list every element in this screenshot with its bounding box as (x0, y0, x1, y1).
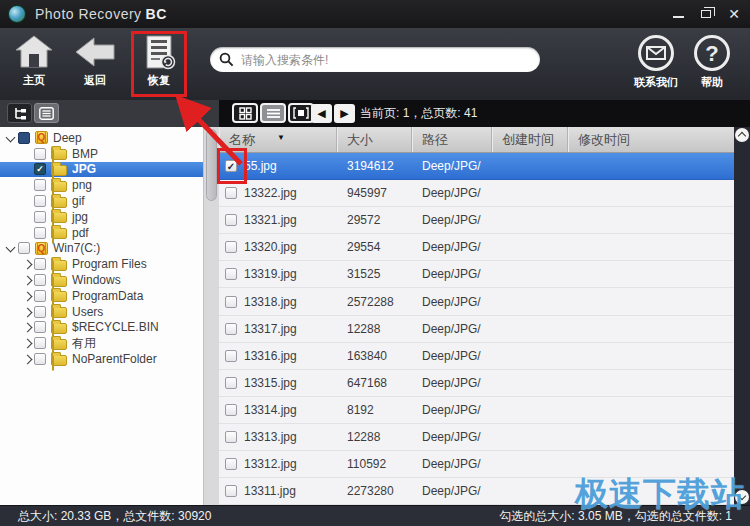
row-checkbox[interactable] (225, 187, 237, 199)
close-button[interactable]: ✕ (726, 6, 742, 22)
file-name: 55.jpg (244, 159, 277, 173)
column-header-path[interactable]: 路径 (412, 127, 492, 152)
tree-checkbox[interactable] (34, 274, 46, 286)
tree-item-programdata[interactable]: ProgramData (0, 288, 203, 304)
prev-page-button[interactable]: ◀ (311, 104, 332, 123)
tree-item-png[interactable]: png (0, 177, 203, 193)
tree-item-win7-c[interactable]: QWin7(C:) (0, 241, 203, 257)
column-header-size[interactable]: 大小 (337, 127, 412, 152)
tree-checkbox[interactable] (34, 321, 46, 333)
tree-item-item[interactable]: 有用 (0, 335, 203, 351)
tree-item-program-files[interactable]: Program Files (0, 256, 203, 272)
tree-scrollbar[interactable] (203, 127, 219, 505)
tree-item-gif[interactable]: gif (0, 193, 203, 209)
cell-size: 12288 (337, 430, 412, 444)
cell-name: 13318.jpg (219, 295, 337, 309)
expander-right-icon[interactable] (20, 259, 34, 269)
column-header-name[interactable]: 名称 ▼ (219, 127, 337, 152)
table-row-13311-jpg[interactable]: 13311.jpg2273280Deep/JPG/ (219, 478, 734, 505)
row-checkbox[interactable] (225, 323, 237, 335)
row-checkbox[interactable] (225, 377, 237, 389)
expander-right-icon[interactable] (20, 275, 34, 285)
tree-checkbox[interactable] (34, 163, 46, 175)
table-row-13321-jpg[interactable]: 13321.jpg29572Deep/JPG/ (219, 207, 734, 234)
expander-down-icon[interactable] (4, 133, 18, 143)
recover-button[interactable]: 恢复 (136, 34, 182, 88)
tree-checkbox[interactable] (34, 195, 46, 207)
minimize-button[interactable] (670, 6, 686, 22)
back-arrow-icon (74, 34, 116, 70)
row-checkbox[interactable] (225, 268, 237, 280)
scroll-down-button[interactable] (735, 490, 749, 504)
row-checkbox[interactable] (225, 404, 237, 416)
row-checkbox[interactable] (225, 485, 237, 497)
tree-item-jpg[interactable]: jpg (0, 209, 203, 225)
home-button[interactable]: 主页 (10, 34, 58, 88)
list-view-toggle[interactable] (34, 103, 59, 123)
table-row-13314-jpg[interactable]: 13314.jpg8192Deep/JPG/ (219, 397, 734, 424)
tree-item-deep[interactable]: QDeep (0, 130, 203, 146)
tree-item-windows[interactable]: Windows (0, 272, 203, 288)
tree-checkbox[interactable] (34, 227, 46, 239)
expander-right-icon[interactable] (20, 307, 34, 317)
table-row-13317-jpg[interactable]: 13317.jpg12288Deep/JPG/ (219, 316, 734, 343)
tree-label: pdf (72, 226, 89, 240)
table-row-13312-jpg[interactable]: 13312.jpg110592Deep/JPG/ (219, 451, 734, 478)
tree-item-users[interactable]: Users (0, 304, 203, 320)
tree-item-jpg[interactable]: JPG (0, 162, 203, 178)
table-row-13318-jpg[interactable]: 13318.jpg2572288Deep/JPG/ (219, 288, 734, 315)
drive-shape: Q (37, 242, 47, 255)
table-row-13316-jpg[interactable]: 13316.jpg163840Deep/JPG/ (219, 343, 734, 370)
table-row-55-jpg[interactable]: 55.jpg3194612Deep/JPG/ (219, 153, 734, 180)
table-row-13313-jpg[interactable]: 13313.jpg12288Deep/JPG/ (219, 424, 734, 451)
row-checkbox[interactable] (225, 458, 237, 470)
back-button[interactable]: 返回 (70, 34, 120, 88)
search-input[interactable] (241, 53, 540, 67)
tree-view-toggle[interactable] (7, 103, 32, 123)
row-checkbox[interactable] (225, 214, 237, 226)
tree-checkbox[interactable] (34, 290, 46, 302)
tree-checkbox[interactable] (18, 242, 30, 254)
tree-item-bmp[interactable]: BMP (0, 146, 203, 162)
tree-checkbox[interactable] (34, 211, 46, 223)
row-checkbox[interactable] (225, 350, 237, 362)
expander-down-icon[interactable] (4, 243, 18, 253)
tree-checkbox[interactable] (34, 148, 46, 160)
row-checkbox[interactable] (225, 431, 237, 443)
tree-checkbox[interactable] (34, 337, 46, 349)
list-view-button[interactable] (260, 103, 286, 123)
table-row-13315-jpg[interactable]: 13315.jpg647168Deep/JPG/ (219, 370, 734, 397)
grid-view-button[interactable] (232, 103, 258, 123)
table-row-13320-jpg[interactable]: 13320.jpg29554Deep/JPG/ (219, 234, 734, 261)
table-row-13322-jpg[interactable]: 13322.jpg945997Deep/JPG/ (219, 180, 734, 207)
tree-checkbox[interactable] (34, 258, 46, 270)
tree-checkbox[interactable] (18, 132, 30, 144)
next-page-button[interactable]: ▶ (334, 104, 355, 123)
column-header-modified[interactable]: 修改时间 (568, 127, 734, 152)
scroll-up-button[interactable] (735, 128, 749, 142)
tree-item-noparentfolder[interactable]: NoParentFolder (0, 351, 203, 367)
help-button[interactable]: ? 帮助 (690, 34, 734, 90)
expander-right-icon[interactable] (20, 322, 34, 332)
cell-path: Deep/JPG/ (412, 430, 492, 444)
cell-size: 31525 (337, 267, 412, 281)
row-checkbox[interactable] (225, 241, 237, 253)
expander-right-icon[interactable] (20, 338, 34, 348)
row-checkbox[interactable] (225, 296, 237, 308)
column-header-created[interactable]: 创建时间 (492, 127, 568, 152)
expander-right-icon[interactable] (20, 354, 34, 364)
tree-checkbox[interactable] (34, 179, 46, 191)
tree-item-pdf[interactable]: pdf (0, 225, 203, 241)
tree-checkbox[interactable] (34, 353, 46, 365)
expander-right-icon[interactable] (20, 291, 34, 301)
table-row-13319-jpg[interactable]: 13319.jpg31525Deep/JPG/ (219, 261, 734, 288)
maximize-button[interactable] (698, 6, 714, 22)
table-scrollbar[interactable] (734, 127, 750, 505)
contact-button[interactable]: 联系我们 (628, 34, 684, 90)
search-icon (219, 52, 234, 67)
file-name: 13321.jpg (244, 213, 297, 227)
tree-item-recycle-bin[interactable]: $RECYCLE.BIN (0, 320, 203, 336)
row-checkbox[interactable] (225, 160, 237, 172)
tree-scrollbar-thumb[interactable] (206, 129, 217, 201)
tree-checkbox[interactable] (34, 306, 46, 318)
